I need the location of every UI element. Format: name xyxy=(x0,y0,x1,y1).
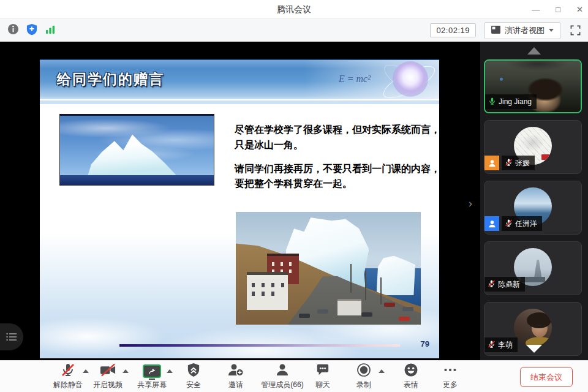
avatar xyxy=(514,309,552,347)
list-icon xyxy=(6,333,17,341)
participant-tile[interactable]: Jing Jiang xyxy=(484,59,582,113)
network-signal-icon[interactable] xyxy=(45,24,56,37)
participants-sidebar: Jing Jiang 张媛 xyxy=(480,42,588,360)
ellipsis-icon xyxy=(443,363,458,380)
slide-paragraph-1: 尽管在学校学了很多课程，但对实际系统而言，只是冰山一角。 xyxy=(235,123,439,153)
iceberg-sea-image xyxy=(59,114,214,186)
person-icon xyxy=(275,363,290,380)
smiley-face-icon xyxy=(404,363,418,380)
participant-tile[interactable]: 陈鼎新 xyxy=(484,241,582,295)
mic-muted-icon xyxy=(488,340,496,350)
expand-sidebar-chevron-icon[interactable]: › xyxy=(466,195,475,212)
shared-screen-stage: 给同学们的赠言 E = mc² 尽管在学校学了很多课程，但对实际系统而言，只是冰… xyxy=(0,42,480,360)
fullscreen-button[interactable] xyxy=(570,25,581,36)
slide-title: 给同学们的赠言 xyxy=(57,70,164,89)
emc2-formula: E = mc² xyxy=(339,74,371,85)
mic-muted-icon xyxy=(505,219,513,229)
participant-name: 陈鼎新 xyxy=(498,279,520,290)
slide-page-number: 79 xyxy=(421,339,429,349)
cohost-badge-icon xyxy=(484,216,499,231)
window-title: 腾讯会议 xyxy=(0,0,588,18)
participant-list-flap-button[interactable] xyxy=(0,323,23,350)
scroll-down-arrow-icon[interactable] xyxy=(526,345,542,353)
mic-on-icon xyxy=(488,97,496,107)
main-area: 给同学们的赠言 E = mc² 尽管在学校学了很多课程，但对实际系统而言，只是冰… xyxy=(0,42,588,360)
protection-shield-icon[interactable] xyxy=(26,23,37,38)
end-meeting-button[interactable]: 结束会议 xyxy=(520,367,573,387)
mic-muted-icon xyxy=(61,363,75,380)
minimize-button[interactable]: — xyxy=(532,6,540,13)
camera-off-icon xyxy=(100,363,116,380)
close-button[interactable]: ✕ xyxy=(576,6,583,13)
ferryland-iceberg-image xyxy=(236,212,421,325)
maximize-button[interactable]: □ xyxy=(556,6,560,13)
white-house xyxy=(247,272,287,311)
participant-name: 任洲洋 xyxy=(515,219,537,229)
layout-view-icon xyxy=(491,26,500,36)
record-circle-icon xyxy=(356,363,371,380)
presentation-slide: 给同学们的赠言 E = mc² 尽管在学校学了很多课程，但对实际系统而言，只是冰… xyxy=(40,59,439,358)
meeting-timer: 02:02:19 xyxy=(430,23,476,37)
view-mode-label: 演讲者视图 xyxy=(505,25,545,36)
slide-body-text: 尽管在学校学了很多课程，但对实际系统而言，只是冰山一角。 请同学们再接再厉，不要… xyxy=(235,123,439,200)
mic-muted-icon xyxy=(505,158,513,168)
titlebar: 腾讯会议 — □ ✕ xyxy=(0,0,588,18)
participant-tile[interactable]: 任洲洋 xyxy=(484,181,582,235)
scroll-up-arrow-icon[interactable] xyxy=(527,47,541,55)
slide-paragraph-2: 请同学们再接再厉，不要只看到一门课的内容，要把整个学科贯穿在一起。 xyxy=(235,162,439,192)
chevron-down-icon xyxy=(549,29,554,32)
meeting-window: 腾讯会议 — □ ✕ 02:02:19 演讲者视图 xyxy=(0,0,588,392)
small-iceberg-shape xyxy=(377,256,415,295)
meeting-toolbar-top: 02:02:19 演讲者视图 xyxy=(0,18,588,42)
meeting-info-icon[interactable] xyxy=(7,23,19,37)
slide-progress-line xyxy=(119,344,400,347)
participant-name: 李萌 xyxy=(498,340,513,350)
mic-muted-icon xyxy=(488,279,496,290)
chat-bubble-icon xyxy=(315,363,330,379)
meeting-toolbar-bottom: 解除静音 开启视频 共享屏幕 xyxy=(0,360,588,392)
share-screen-icon xyxy=(143,364,161,378)
atom-orb-icon xyxy=(393,61,428,97)
slide-header-banner: 给同学们的赠言 E = mc² xyxy=(40,59,439,99)
flag-icon xyxy=(541,154,549,160)
participant-name: Jing Jiang xyxy=(499,97,532,106)
participant-tile[interactable]: 张媛 xyxy=(484,120,582,174)
host-badge-icon xyxy=(484,156,499,170)
security-shield-icon xyxy=(187,363,200,380)
invite-person-plus-icon xyxy=(228,363,244,380)
more-button[interactable]: 更多 xyxy=(423,363,478,390)
participant-name: 张媛 xyxy=(515,158,530,168)
view-mode-button[interactable]: 演讲者视图 xyxy=(484,22,560,39)
